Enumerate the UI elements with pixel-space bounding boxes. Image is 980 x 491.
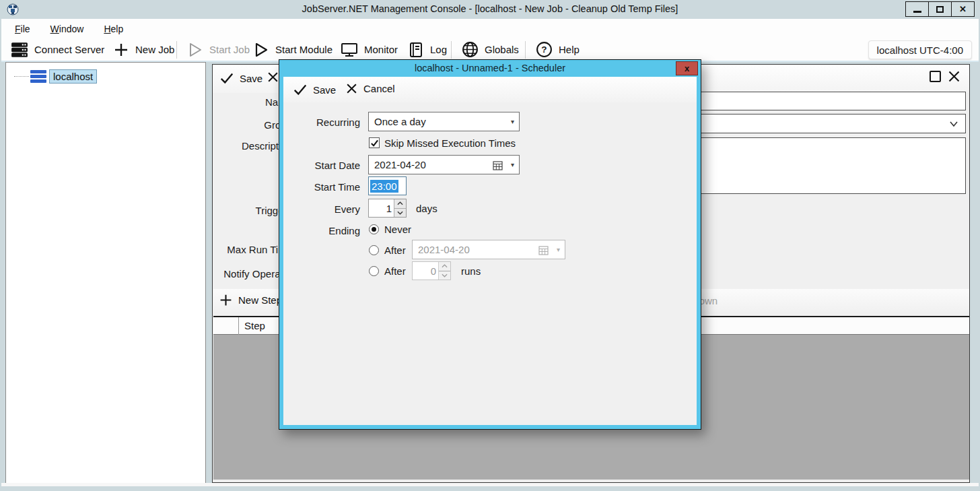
- server-icon: [11, 41, 28, 59]
- plus-icon: [113, 42, 129, 58]
- stepper-up-button[interactable]: [394, 199, 406, 209]
- help-button[interactable]: ? Help: [532, 38, 584, 61]
- chevron-up-icon: [442, 264, 448, 268]
- tree-node-label: localhost: [49, 69, 97, 84]
- minimize-icon: [913, 11, 921, 13]
- globals-button[interactable]: Globals: [458, 38, 523, 61]
- every-value: 1: [369, 199, 394, 217]
- connect-server-button[interactable]: Connect Server: [7, 38, 108, 61]
- menu-window[interactable]: Window: [50, 24, 84, 34]
- scheduler-cancel-label: Cancel: [363, 83, 395, 94]
- start-date-picker[interactable]: 2021-04-20 ▾: [368, 155, 520, 174]
- new-job-label: New Job: [135, 44, 174, 55]
- stepper-buttons: [438, 262, 450, 280]
- log-book-icon: [408, 42, 424, 58]
- close-window-icon[interactable]: [947, 69, 961, 84]
- minimize-button[interactable]: [905, 1, 929, 17]
- toolbar-separator: [525, 41, 526, 59]
- after-date-value: 2021-04-20: [418, 244, 470, 255]
- chevron-down-icon: [949, 120, 958, 128]
- scheduler-dialog-title: localhost - Unnamed-1 - Scheduler: [279, 60, 701, 77]
- check-icon: [293, 82, 308, 97]
- maximize-button[interactable]: [928, 1, 952, 17]
- after-runs-label: After: [384, 265, 406, 277]
- log-label: Log: [430, 44, 447, 55]
- scheduler-save-button[interactable]: Save: [293, 82, 336, 97]
- recurring-value: Once a day: [374, 116, 426, 127]
- start-job-label: Start Job: [209, 44, 250, 55]
- plus-icon: [219, 293, 233, 307]
- after-runs-unit-label: runs: [461, 265, 481, 277]
- start-module-label: Start Module: [275, 44, 332, 55]
- check-icon: [219, 71, 234, 86]
- recurring-dropdown[interactable]: Once a day ▾: [368, 112, 520, 131]
- column-divider: [238, 317, 239, 335]
- close-icon: ✕: [959, 4, 967, 14]
- step-column-header[interactable]: Step: [244, 320, 265, 331]
- after-runs-stepper[interactable]: 0: [412, 261, 451, 280]
- ending-label: Ending: [286, 225, 360, 236]
- restore-window-icon[interactable]: [930, 71, 941, 82]
- menu-bar: File Window Help: [1, 19, 979, 38]
- every-days-stepper[interactable]: 1: [368, 199, 407, 218]
- checkmark-icon: [370, 139, 379, 148]
- toolbar-separator: [451, 41, 452, 59]
- job-save-button[interactable]: Save: [219, 71, 262, 86]
- stepper-down-button[interactable]: [394, 209, 406, 218]
- tree-node-localhost[interactable]: localhost: [14, 69, 97, 84]
- close-button[interactable]: ✕: [951, 1, 975, 17]
- start-date-value: 2021-04-20: [374, 159, 426, 170]
- tree-connector: [14, 76, 29, 77]
- toolbar-separator: [176, 41, 177, 59]
- stepper-down-button[interactable]: [439, 271, 450, 280]
- calendar-icon: [538, 245, 549, 255]
- chevron-down-icon: [397, 211, 403, 215]
- start-time-label: Start Time: [286, 181, 360, 193]
- ending-never-label: Never: [384, 224, 411, 235]
- play-icon: [253, 42, 269, 58]
- chevron-up-icon: [397, 201, 403, 205]
- help-label: Help: [559, 44, 580, 55]
- ending-after-runs-radio[interactable]: [369, 266, 379, 276]
- every-label: Every: [286, 203, 360, 215]
- start-job-button[interactable]: Start Job: [183, 38, 254, 61]
- recurring-label: Recurring: [286, 117, 360, 128]
- monitor-label: Monitor: [364, 44, 398, 55]
- scheduler-close-button[interactable]: x: [676, 61, 698, 75]
- close-icon: x: [685, 63, 689, 73]
- monitor-icon: [341, 42, 358, 58]
- menu-help[interactable]: Help: [104, 24, 123, 34]
- skip-missed-label: Skip Missed Execution Times: [384, 137, 516, 149]
- new-step-button[interactable]: New Step: [219, 293, 282, 307]
- svg-text:?: ?: [541, 44, 547, 55]
- server-tree-panel: localhost: [5, 62, 206, 485]
- menu-file[interactable]: File: [15, 24, 30, 34]
- new-job-button[interactable]: New Job: [109, 38, 178, 61]
- start-time-value: 23:00: [370, 180, 398, 193]
- globals-label: Globals: [485, 44, 519, 55]
- skip-missed-checkbox[interactable]: [369, 137, 380, 148]
- ending-after-date-radio[interactable]: [369, 245, 379, 255]
- calendar-icon: [493, 160, 503, 170]
- stepper-up-button[interactable]: [439, 262, 450, 271]
- main-toolbar: Connect Server New Job Start Job Start M…: [1, 38, 979, 62]
- scheduler-toolbar: Save Cancel: [283, 77, 697, 102]
- scheduler-dialog-content: Save Cancel Recurring Once a day ▾: [283, 77, 697, 425]
- dropdown-arrow-icon: ▾: [511, 118, 514, 125]
- start-module-button[interactable]: Start Module: [249, 38, 337, 61]
- after-date-picker[interactable]: 2021-04-20 ▾: [412, 240, 565, 259]
- x-icon: [267, 71, 279, 84]
- server-node-icon: [30, 70, 46, 83]
- start-time-input[interactable]: 23:00: [368, 176, 407, 195]
- connect-server-label: Connect Server: [34, 44, 104, 55]
- monitor-button[interactable]: Monitor: [337, 38, 402, 61]
- play-icon: [187, 42, 203, 58]
- application-window: JobServer.NET Management Console - [loca…: [0, 0, 980, 491]
- scheduler-cancel-button[interactable]: Cancel: [345, 82, 395, 95]
- scheduler-save-label: Save: [313, 84, 336, 96]
- ending-never-radio[interactable]: [369, 224, 379, 234]
- window-bottom-frame: [1, 483, 979, 486]
- start-date-label: Start Date: [286, 160, 360, 171]
- dropdown-arrow-icon: ▾: [511, 161, 514, 168]
- log-button[interactable]: Log: [404, 38, 451, 61]
